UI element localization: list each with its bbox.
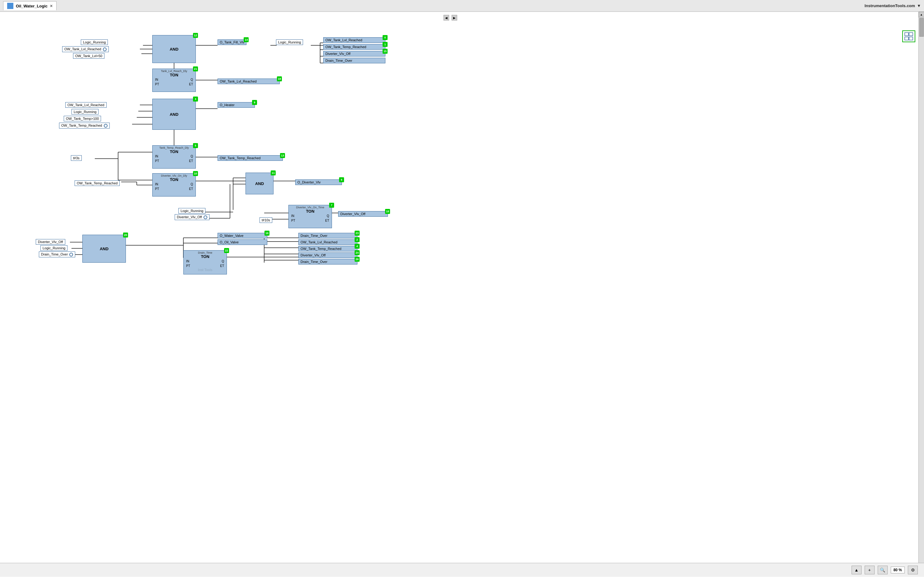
output-diverter-vlv-off-2-badge: 24 — [355, 250, 359, 255]
output-diverter-vlv-off-1: Diverter_Vlv_Off15 — [323, 51, 386, 57]
input-logic-running-4: Logic_Running — [40, 245, 67, 251]
input-drain-time-over-1: Drain_Time_Over — [39, 252, 75, 257]
dropdown-arrow-icon[interactable]: ▼ — [917, 3, 921, 8]
ton-block-1[interactable]: 21 Tank_Lvl_Reach_Dly TON INQ PTET — [152, 69, 196, 92]
output-o-heater: O_Heater 9 — [218, 102, 255, 108]
output-ow-tank-temp-reached-timer: OW_Tank_Temp_Reached 13 — [218, 155, 283, 161]
svg-rect-56 — [905, 33, 908, 36]
input-ow-tank-lvl-reached-1: OW_Tank_Lvl_Reached — [62, 46, 109, 52]
connections-svg — [0, 12, 924, 577]
input-logic-running-passthru: Logic_Running — [276, 39, 303, 45]
and2-badge: 3 — [193, 96, 198, 101]
tab[interactable]: Oil_Water_Logic × — [3, 1, 57, 10]
search-tool-button[interactable]: 🔍 — [878, 566, 888, 574]
ton5-title: Drain_Time — [184, 250, 226, 254]
output-o-oil-valve: O_Oil_Valve — [218, 239, 267, 245]
input-ow-tank-temp-reached-2: OW_Tank_Temp_Reached — [75, 180, 120, 186]
ton5-label: TON — [184, 254, 226, 259]
output-ow-lvl-reached-2-badge: 2 — [355, 237, 359, 242]
ton-block-2[interactable]: 5 Tank_Temp_Reach_Dly TON INQ PTET — [152, 145, 196, 168]
scroll-track — [919, 17, 924, 571]
top-bar: Oil_Water_Logic × InstrumentationTools.c… — [0, 0, 924, 12]
svg-rect-58 — [905, 37, 908, 40]
output-ow-tank-temp-reached-2: OW_Tank_Temp_Reached 4 — [299, 246, 358, 252]
site-label: InstrumentationTools.com — [865, 3, 915, 8]
input-ow-tank-tempgt100: OW_Tank_Temp>100 — [64, 116, 101, 121]
scroll-thumb[interactable] — [919, 18, 924, 37]
output-ow-tank-lvl-reached-timer: OW_Tank_Lvl_Reached 18 — [218, 79, 280, 84]
output-ow-tank-lvl-reached-2: OW_Tank_Lvl_Reached 2 — [299, 239, 358, 245]
file-icon — [7, 3, 13, 9]
ton5-ports2: PTET — [184, 263, 226, 268]
corner-layout-box[interactable] — [902, 30, 915, 42]
input-logic-running-2: Logic_Running — [72, 109, 98, 114]
output-drain-time-over-1: Drain_Time_Over — [323, 58, 386, 63]
input-ow-tank-lvl-reached-2: OW_Tank_Lvl_Reached — [65, 102, 107, 108]
ton4-ports2: PTET — [289, 218, 332, 223]
output-timer1-badge: 18 — [277, 76, 282, 81]
and-block-1[interactable]: 12 AND — [152, 35, 196, 63]
output-ow-tank-temp-reached-1: OW_Tank_Temp_Reached1 — [323, 44, 386, 50]
ton2-badge: 5 — [193, 143, 198, 148]
ton5-ports: INQ — [184, 259, 226, 263]
input-ow-tank-temp-reached-1: OW_Tank_Temp_Reached — [59, 123, 110, 129]
scroll-left-button[interactable]: ◀ — [443, 15, 449, 21]
ton1-title: Tank_Lvl_Reach_Dly — [153, 69, 195, 73]
and4-label: AND — [100, 247, 108, 251]
plus-tool-button[interactable]: + — [865, 566, 875, 574]
input-diverter-vlv-off-1: Diverter_Vlv_Off — [175, 214, 210, 220]
ton4-badge: 7 — [329, 203, 334, 208]
output-diverter-vlv-off-timer: Diverter_Vlv_Off 18 — [338, 211, 388, 217]
ton2-ports2: PTET — [153, 159, 195, 163]
ton-block-3[interactable]: 10 Diverter_Vlv_On_Dly TON INQ PTET — [152, 173, 196, 196]
output-diverter-vlv-off-2: Diverter_Vlv_Off 24 — [299, 252, 358, 258]
and4-badge: 20 — [123, 232, 128, 237]
ton1-ports2: PTET — [153, 82, 195, 87]
ton4-ports: INQ — [289, 214, 332, 218]
output-timer2-badge: 13 — [280, 153, 285, 158]
ton3-badge: 10 — [193, 171, 198, 176]
ton-block-5[interactable]: 22 Drain_Time TON INQ PTET Inst Tools — [183, 250, 227, 275]
ton2-title: Tank_Temp_Reach_Dly — [153, 146, 195, 149]
ton3-ports: INQ — [153, 182, 195, 186]
output-o-heater-badge: 9 — [252, 100, 257, 105]
ton2-ports: INQ — [153, 154, 195, 159]
ton3-title: Diverter_Vlv_On_Dly — [153, 173, 195, 177]
settings-tool-button[interactable]: ⚙ — [908, 566, 918, 574]
output-o-diverter-vlv: O_Diverter_Vlv 6 — [295, 180, 342, 185]
output-o-diverter-badge: 6 — [339, 177, 344, 182]
output-drain-time-over-2: Drain_Time_Over 23 — [299, 233, 358, 239]
ton3-label: TON — [153, 177, 195, 182]
scroll-right-button[interactable]: ▶ — [451, 15, 457, 21]
bottom-toolbar: ▲ + 🔍 80 % ⚙ — [0, 563, 924, 577]
svg-rect-57 — [909, 33, 913, 36]
ton4-title: Diverter_Vlv_On_Time — [289, 205, 332, 209]
corner-icon — [904, 32, 913, 41]
ton-block-4[interactable]: 7 Diverter_Vlv_On_Time TON INQ PTET — [289, 205, 332, 228]
output-o-tank-fill-vlv: O_Tank_Fill_Vlv 14 — [218, 39, 246, 45]
input-t3s: t#3s — [71, 155, 82, 161]
scroll-up-arrow[interactable]: ▲ — [919, 12, 924, 17]
ton1-label: TON — [153, 73, 195, 77]
output-o-tank-fill-vlv-label: O_Tank_Fill_Vlv — [220, 40, 244, 44]
and-block-2[interactable]: 3 AND — [152, 99, 196, 130]
and1-label: AND — [170, 47, 178, 52]
and-block-3[interactable]: 11 AND — [246, 173, 274, 195]
input-logic-running-3: Logic_Running — [178, 208, 205, 214]
output-ow-lvl-badge: 0 — [382, 35, 387, 40]
tab-label: Oil_Water_Logic — [16, 4, 48, 8]
ton2-label: TON — [153, 149, 195, 154]
svg-rect-59 — [909, 37, 913, 40]
and1-badge: 12 — [193, 33, 198, 38]
output-drain-time-over-2-badge: 23 — [355, 231, 359, 236]
zoom-display: 80 % — [891, 567, 905, 573]
scrollbar-right[interactable]: ▲ ▼ — [918, 12, 924, 577]
and-block-4[interactable]: 20 AND — [82, 235, 126, 263]
output-ow-tank-lvl-reached: OW_Tank_Lvl_Reached 0 — [323, 37, 386, 43]
output-drain-time-over-3: Drain_Time_Over 26 — [299, 259, 358, 265]
canvas-area: ◀ ▶ 12 AND Logic_Running OW_Tank_Lvl_Rea… — [0, 12, 924, 577]
input-diverter-vlv-off-2: Diverter_Vlv_Off — [36, 239, 65, 245]
tab-close-button[interactable]: × — [50, 3, 53, 8]
cursor-tool-button[interactable]: ▲ — [852, 566, 862, 574]
ton5-badge: 22 — [224, 248, 229, 253]
